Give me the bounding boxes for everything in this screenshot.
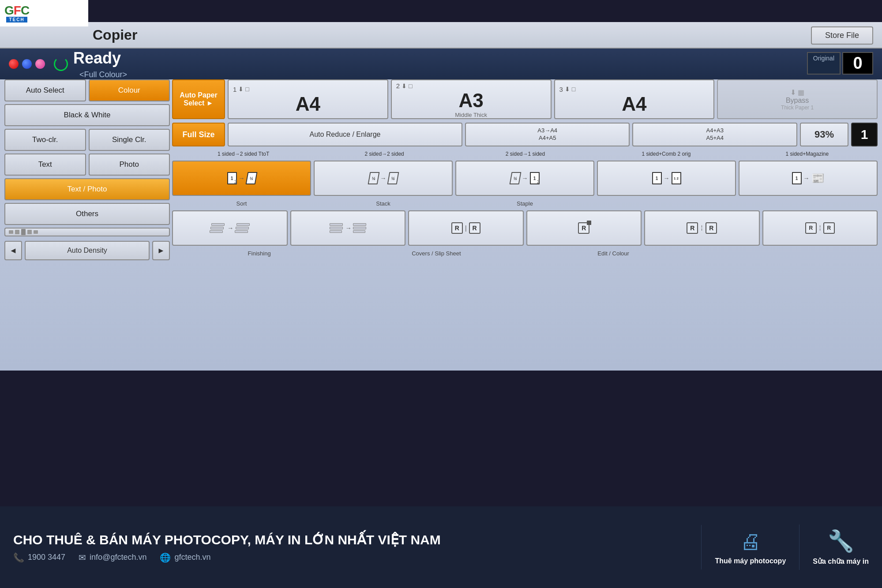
duplex-label-row: 1 sided→2 sided TtoT 2 sided→2 sided 2 s… xyxy=(172,150,878,157)
density-display: Auto Density xyxy=(25,241,150,260)
sort-label: Sort xyxy=(172,200,311,207)
a4-a3-button[interactable]: A4+A3A5+A4 xyxy=(632,123,797,146)
status-bar: Ready <Full Colour> Original 0 xyxy=(0,49,882,79)
original-label: Original xyxy=(807,52,841,75)
duplex-2s1s-icon: ½ → 12 xyxy=(510,172,540,184)
repair-service: 🔧 Sửa chữa máy in xyxy=(799,524,882,570)
tray1-size: A4 xyxy=(296,93,320,115)
duplex-label-4: 1 sided+Comb 2 orig xyxy=(596,151,736,157)
text-photo-button[interactable]: Text / Photo xyxy=(4,178,170,200)
duplex-1s2s-button[interactable]: 12 → ½ xyxy=(172,161,311,196)
tray3-size: A4 xyxy=(622,93,646,115)
text-photo-combined-row: Text / Photo xyxy=(4,178,170,200)
black-white-button[interactable]: Black & White xyxy=(4,104,170,126)
website-url: gfctech.vn xyxy=(174,553,210,562)
others-button[interactable]: Others xyxy=(4,203,170,225)
photo-button[interactable]: Photo xyxy=(89,154,170,176)
repair-label: Sửa chữa máy in xyxy=(813,557,869,566)
dot-red xyxy=(9,59,19,69)
density-right-button[interactable]: ► xyxy=(152,241,170,260)
auto-reduce-enlarge-button[interactable]: Auto Reduce / Enlarge xyxy=(228,123,462,146)
sort-icon: → xyxy=(210,223,250,233)
sort-button[interactable]: → xyxy=(172,210,288,246)
gfc-letters: GFC xyxy=(4,4,29,17)
zoom-number-display: 1 xyxy=(851,123,878,146)
single-clr-button[interactable]: Single Clr. xyxy=(89,129,170,151)
stack-button[interactable]: → xyxy=(290,210,406,246)
duplex-1s2s-icon: 12 → ½ xyxy=(227,172,256,184)
bypass-button[interactable]: ⬇ ▦ Bypass Thick Paper 1 xyxy=(717,79,878,119)
staple1-icon: R | R xyxy=(451,222,480,234)
staple2-button[interactable]: R xyxy=(526,210,642,246)
others-row: Others xyxy=(4,203,170,225)
staple1-button[interactable]: R | R xyxy=(408,210,524,246)
email-icon: ✉ xyxy=(79,552,86,563)
repair-icon: 🔧 xyxy=(828,529,854,554)
colour-button[interactable]: Colour xyxy=(89,79,170,101)
density-left-button[interactable]: ◄ xyxy=(4,241,22,260)
globe-icon: 🌐 xyxy=(160,552,171,563)
text-button[interactable]: Text xyxy=(4,154,86,176)
tray1-button[interactable]: 1 ⬇ □ A4 xyxy=(228,79,388,119)
text-photo-row: Text Photo xyxy=(4,154,170,176)
original-box: Original 0 xyxy=(807,52,873,75)
store-file-button[interactable]: Store File xyxy=(811,26,873,45)
duplex-comb-button[interactable]: 1 → 1 2 xyxy=(597,161,736,196)
colour-mode: <Full Colour> xyxy=(79,70,127,79)
left-panel: Auto Select Colour Black & White Two-clr… xyxy=(4,79,170,260)
full-size-button[interactable]: Full Size xyxy=(172,123,225,146)
dot-pink xyxy=(35,59,45,69)
a4-a3-label: A4+A3A5+A4 xyxy=(706,127,724,142)
clr-row: Two-clr. Single Clr. xyxy=(4,129,170,151)
copier-screen: Copier Store File Ready <Full Colour> Or… xyxy=(0,22,882,371)
a3-a4-button[interactable]: A3→A4A4+A5 xyxy=(465,123,630,146)
two-clr-button[interactable]: Two-clr. xyxy=(4,129,86,151)
duplex-row: 12 → ½ ½ → ½ ½ → 12 xyxy=(172,161,878,196)
duplex-2s2s-icon: ½ → ½ xyxy=(369,172,398,184)
staple-label-3 xyxy=(739,200,878,207)
duplex-magazine-button[interactable]: 1 → 📰 xyxy=(739,161,878,196)
status-dots xyxy=(9,59,45,69)
right-panel: Auto Paper Select ► 1 ⬇ □ A4 2 ⬇ □ A3 Mi… xyxy=(172,79,878,257)
staple3-button[interactable]: R ╎ R xyxy=(644,210,760,246)
rental-service: 🖨 Thuê máy photocopy xyxy=(701,525,799,569)
logo-bar: GFC TECH xyxy=(0,0,88,26)
finish-row: → → xyxy=(172,210,878,246)
duplex-label-3: 2 sided→1 sided xyxy=(455,151,596,157)
ready-icon xyxy=(54,57,68,71)
zoom-percent-display: 93% xyxy=(800,123,848,146)
email-address: info@gfctech.vn xyxy=(90,553,146,562)
duplex-2s2s-button[interactable]: ½ → ½ xyxy=(314,161,453,196)
duplex-comb-icon: 1 → 1 2 xyxy=(652,172,681,184)
option-labels-row: Finishing Covers / Slip Sheet Edit / Col… xyxy=(172,250,878,257)
header-bar: Copier Store File xyxy=(0,22,882,49)
tray2-size: A3 xyxy=(459,90,484,112)
duplex-2s1s-button[interactable]: ½ → 12 xyxy=(455,161,594,196)
a3-a4-label: A3→A4A4+A5 xyxy=(537,127,557,142)
auto-paper-select-button[interactable]: Auto Paper Select ► xyxy=(172,79,225,119)
tray1-num: 1 ⬇ □ xyxy=(233,86,249,93)
footer-services: 🖨 Thuê máy photocopy 🔧 Sửa chữa máy in xyxy=(701,506,882,588)
auto-select-button[interactable]: Auto Select xyxy=(4,79,86,101)
stamp-label xyxy=(703,250,878,257)
duplex-magazine-icon: 1 → 📰 xyxy=(792,172,825,184)
covers-slip-label: Covers / Slip Sheet xyxy=(349,250,523,257)
stack-label: Stack xyxy=(314,200,453,207)
footer-contact: 📞 1900 3447 ✉ info@gfctech.vn 🌐 gfctech.… xyxy=(13,552,688,563)
tray3-button[interactable]: 3 ⬇ □ A4 xyxy=(554,79,715,119)
staple4-button[interactable]: R ╎ R xyxy=(762,210,878,246)
zoom-row: Full Size Auto Reduce / Enlarge A3→A4A4+… xyxy=(172,123,878,146)
tray3-num: 3 ⬇ □ xyxy=(559,86,576,93)
footer-main: CHO THUÊ & BÁN MÁY PHOTOCOPY, MÁY IN LỚN… xyxy=(0,506,701,588)
gfc-logo: GFC TECH xyxy=(4,4,29,22)
phone-contact: 📞 1900 3447 xyxy=(13,552,65,563)
finishing-label: Finishing xyxy=(172,250,346,257)
staple4-icon: R ╎ R xyxy=(805,222,835,234)
dot-blue xyxy=(22,59,32,69)
stack-icon: → xyxy=(330,223,366,233)
original-count: 0 xyxy=(842,52,873,75)
density-row: ◄ Auto Density ► xyxy=(4,241,170,260)
page-title: Copier xyxy=(93,27,137,43)
website-contact: 🌐 gfctech.vn xyxy=(160,552,210,563)
tray2-button[interactable]: 2 ⬇ □ A3 Middle Thick xyxy=(391,79,552,119)
